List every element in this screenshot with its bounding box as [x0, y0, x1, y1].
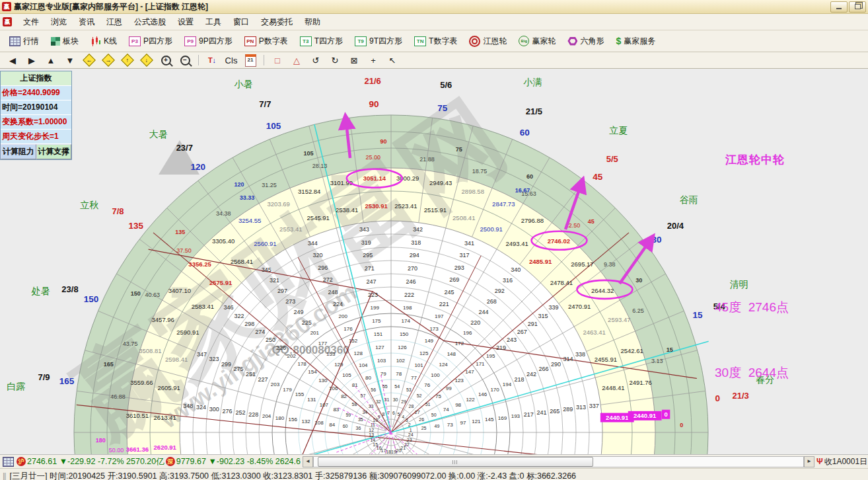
tool-triangle-tool[interactable]: △ — [288, 54, 305, 67]
toolbar-button-winner-service[interactable]: $赢家服务 — [610, 33, 661, 50]
toolbar-button-t-number-table[interactable]: TNT数字表 — [409, 33, 462, 50]
toolbar-button-hexagon[interactable]: 六角形 — [562, 33, 609, 50]
menu-item-file[interactable]: 文件 — [17, 15, 45, 30]
tool-pointer-down[interactable]: ▼ — [61, 54, 79, 67]
svg-text:120: 120 — [191, 162, 206, 172]
scrollbar-thumb[interactable] — [318, 457, 593, 467]
tool-shift-right[interactable]: → — [100, 54, 117, 67]
menu-item-help[interactable]: 帮助 — [299, 15, 326, 30]
svg-text:105: 105 — [342, 372, 351, 378]
svg-text:150: 150 — [84, 294, 99, 304]
tool-rotate-ccw[interactable]: ↺ — [307, 54, 324, 67]
p-number-table-icon: PN — [244, 36, 256, 46]
app-icon: 赢 — [2, 2, 11, 11]
tool-cls[interactable]: Cls — [223, 54, 240, 67]
svg-text:32: 32 — [376, 399, 381, 404]
svg-text:2542.61: 2542.61 — [620, 347, 643, 354]
calc-support-button[interactable]: 计算支撑 — [36, 144, 72, 159]
toolbar-button-gann-wheel[interactable]: 江恩轮 — [464, 33, 512, 50]
menu-item-gann[interactable]: 江恩 — [100, 15, 128, 30]
menu-item-browse[interactable]: 浏览 — [45, 15, 73, 30]
quotes-grid-icon[interactable] — [3, 457, 14, 467]
tool-zoom-out[interactable]: − — [176, 54, 194, 67]
svg-text:100: 100 — [431, 372, 440, 378]
svg-text:107: 107 — [320, 402, 329, 408]
svg-text:102: 102 — [396, 358, 406, 364]
toolbar-button-sectors[interactable]: 板块 — [46, 33, 84, 50]
svg-text:101: 101 — [414, 362, 423, 368]
toolbar-label-t-number-table: T数字表 — [429, 36, 457, 47]
svg-text:49: 49 — [435, 424, 440, 428]
tool-calendar[interactable]: 21 — [242, 54, 259, 67]
level-45deg: 45度 2746点 — [715, 296, 789, 318]
menu-item-formula-stock-pick[interactable]: 公式选股 — [128, 15, 172, 30]
menu-item-trade-entrust[interactable]: 交易委托 — [255, 15, 299, 30]
scroll-left-button[interactable]: ◄ — [303, 456, 313, 467]
svg-text:79: 79 — [380, 371, 386, 377]
tool-shift-down[interactable]: ↓ — [138, 54, 155, 67]
hexagon-icon — [567, 37, 577, 46]
svg-text:195: 195 — [486, 353, 495, 359]
svg-text:170: 170 — [490, 387, 499, 393]
svg-text:196: 196 — [463, 330, 472, 336]
scroll-right-button[interactable]: ► — [804, 456, 814, 467]
parameter-panel: 上证指数 价格=2440.9099时间=20190104变换系数=1.00000… — [0, 71, 72, 160]
svg-text:147: 147 — [465, 369, 474, 375]
tool-price-axis[interactable]: T↓ — [203, 54, 221, 67]
toolbar-button-kline[interactable]: K线 — [85, 33, 122, 50]
svg-text:9.38: 9.38 — [604, 261, 616, 268]
quotes-icon — [9, 36, 20, 46]
tool-nav-right[interactable]: ▶ — [23, 54, 40, 67]
svg-text:2470.91: 2470.91 — [568, 303, 591, 310]
svg-text:4: 4 — [402, 415, 404, 419]
toolbar-label-9t-square: 9T四方形 — [369, 36, 402, 47]
toolbar-button-quotes[interactable]: 行情 — [4, 33, 44, 50]
menu-item-news[interactable]: 资讯 — [73, 15, 100, 30]
toolbar-separator — [198, 55, 199, 65]
svg-text:220: 220 — [470, 319, 480, 326]
tool-pointer-up[interactable]: ▲ — [42, 54, 59, 67]
sz-pct: -8.45% — [247, 457, 273, 466]
tool-pointer-tool[interactable]: ↖ — [384, 54, 401, 67]
svg-text:217: 217 — [524, 411, 534, 418]
svg-text:2583.41: 2583.41 — [192, 303, 214, 310]
toolbar-button-9p-square[interactable]: P99P四方形 — [179, 33, 238, 50]
svg-text:75: 75 — [456, 146, 462, 153]
svg-text:18: 18 — [386, 450, 391, 454]
svg-text:2695.17: 2695.17 — [571, 260, 593, 268]
tool-zoom-in[interactable]: + — [157, 54, 174, 67]
menu-item-tools[interactable]: 工具 — [199, 15, 227, 30]
shanghai-badge: 沪 — [17, 457, 26, 466]
tool-shift-up[interactable]: ↑ — [119, 54, 136, 67]
toolbar-button-9t-square[interactable]: T99T四方形 — [349, 33, 408, 50]
svg-text:7: 7 — [387, 411, 390, 415]
svg-text:2440.91: 2440.91 — [633, 412, 657, 419]
toolbar-button-t-square[interactable]: T3T四方形 — [295, 33, 348, 50]
menu-item-settings[interactable]: 设置 — [172, 15, 199, 30]
svg-text:30: 30 — [652, 235, 662, 245]
toolbar-button-winner-wheel[interactable]: Big赢家轮 — [513, 33, 561, 50]
svg-text:321: 321 — [270, 277, 279, 284]
toolbar-button-p-number-table[interactable]: PNP数字表 — [239, 33, 293, 50]
restore-button[interactable] — [849, 1, 866, 13]
tool-nav-left[interactable]: ◀ — [4, 54, 21, 67]
svg-text:292: 292 — [495, 288, 505, 294]
tool-square-tool[interactable]: □ — [269, 54, 286, 67]
minimize-button[interactable] — [830, 1, 848, 13]
svg-text:30: 30 — [393, 397, 398, 402]
svg-text:200: 200 — [339, 313, 348, 319]
toolbar-button-p-square[interactable]: P3P四方形 — [124, 33, 178, 50]
svg-text:45: 45 — [588, 218, 595, 225]
calc-resistance-button[interactable]: 计算阻力 — [1, 144, 36, 159]
svg-text:120: 120 — [235, 181, 244, 188]
tool-center-fit[interactable]: + — [365, 54, 382, 67]
svg-text:57: 57 — [360, 393, 365, 398]
menu-item-window[interactable]: 窗口 — [227, 15, 255, 30]
horizontal-scrollbar[interactable] — [313, 456, 804, 467]
tool-shift-left[interactable]: ← — [81, 54, 98, 67]
svg-text:125: 125 — [419, 350, 429, 356]
tool-delete-box[interactable]: ⊠ — [345, 54, 363, 67]
tool-rotate-cw[interactable]: ↻ — [326, 54, 344, 67]
svg-text:73: 73 — [447, 422, 453, 428]
svg-text:3661.36: 3661.36 — [126, 446, 149, 453]
